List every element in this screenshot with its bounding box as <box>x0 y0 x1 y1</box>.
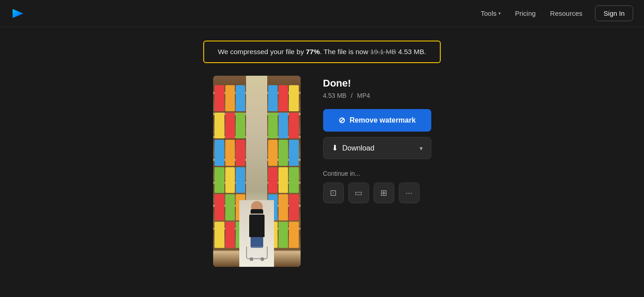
crop-continue-button[interactable]: ⊞ <box>374 183 394 203</box>
file-info: 4.53 MB / MP4 <box>323 92 431 99</box>
remove-watermark-button[interactable]: ⊘ Remove watermark <box>323 109 431 132</box>
nav-right: Tools ▾ Pricing Resources Sign In <box>475 5 633 21</box>
main-content: We compressed your file by 77%. The file… <box>0 27 644 276</box>
done-title: Done! <box>323 78 431 89</box>
pricing-nav-item[interactable]: Pricing <box>510 6 541 21</box>
download-label: Download <box>343 144 375 152</box>
watermark-icon: ⊘ <box>338 115 345 125</box>
banner-suffix: . <box>424 48 426 55</box>
original-size: 19.1 MB <box>370 48 396 55</box>
compression-percent: 77% <box>306 48 320 55</box>
app-logo <box>11 6 25 21</box>
subtitles-continue-button[interactable]: ▭ <box>348 183 369 203</box>
tools-nav-item[interactable]: Tools ▾ <box>475 6 506 21</box>
child-figure <box>247 201 267 248</box>
logo-area <box>11 6 25 21</box>
file-format: MP4 <box>357 92 370 99</box>
header: Tools ▾ Pricing Resources Sign In <box>0 0 644 27</box>
download-icon: ⬇ <box>332 143 338 153</box>
file-size: 4.53 MB <box>323 92 347 99</box>
banner-middle: . The file is now <box>320 48 370 55</box>
subtitles-icon: ▭ <box>355 188 362 198</box>
video-preview <box>213 76 301 267</box>
pricing-label: Pricing <box>515 9 536 17</box>
sign-in-button[interactable]: Sign In <box>595 5 633 21</box>
file-separator: / <box>349 92 355 99</box>
more-continue-button[interactable]: ··· <box>399 183 420 203</box>
svg-marker-0 <box>13 9 23 18</box>
compression-banner: We compressed your file by 77%. The file… <box>203 41 440 63</box>
more-icon: ··· <box>406 188 412 198</box>
download-left: ⬇ Download <box>332 143 375 153</box>
new-size: 4.53 MB <box>398 48 425 55</box>
compress-continue-button[interactable]: ⊡ <box>323 183 344 203</box>
continue-label: Continue in... <box>323 170 431 177</box>
tools-chevron-icon: ▾ <box>498 11 501 16</box>
continue-icons-row: ⊡ ▭ ⊞ ··· <box>323 183 431 203</box>
video-thumbnail <box>213 76 301 267</box>
remove-watermark-label: Remove watermark <box>350 116 416 124</box>
resources-nav-item[interactable]: Resources <box>545 6 588 21</box>
right-panel: Done! 4.53 MB / MP4 ⊘ Remove watermark ⬇… <box>323 76 431 203</box>
crop-icon: ⊞ <box>380 188 387 198</box>
shopping-cart <box>246 247 268 259</box>
download-chevron-icon[interactable]: ▾ <box>420 145 423 152</box>
compress-icon: ⊡ <box>330 188 337 198</box>
resources-label: Resources <box>550 9 583 17</box>
tools-label: Tools <box>481 9 497 17</box>
banner-prefix: We compressed your file by <box>218 48 306 55</box>
download-button[interactable]: ⬇ Download ▾ <box>323 137 431 159</box>
content-row: Done! 4.53 MB / MP4 ⊘ Remove watermark ⬇… <box>213 76 431 267</box>
